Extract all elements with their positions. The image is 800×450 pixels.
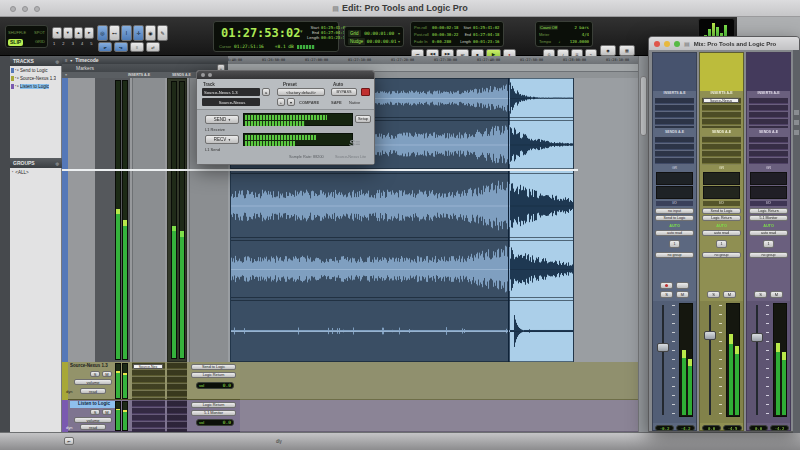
mix-titlebar[interactable]: ▤ Mix: Pro Tools and Logic Pro — [649, 37, 799, 50]
zoomer-tool-button[interactable]: ◎ — [97, 25, 108, 41]
zoom-vertical-up-button[interactable]: ▲ — [74, 27, 84, 39]
mute-button[interactable]: M — [102, 409, 112, 415]
grid-label[interactable]: Grid — [348, 30, 361, 37]
postroll-value[interactable]: 00:00:30:22 — [432, 32, 459, 37]
mix-minimize-icon[interactable] — [664, 41, 670, 47]
send-selector[interactable]: SEND▾ — [205, 115, 239, 124]
counter-caret-icon[interactable]: ▾ — [300, 28, 303, 34]
groups-list-header[interactable]: GROUPS ◎ — [10, 158, 62, 168]
aux-input-selector[interactable]: Send to Logic — [191, 364, 236, 370]
output-selector[interactable]: Logic Return — [702, 215, 741, 221]
inserts-column[interactable] — [132, 78, 165, 362]
pan-knob[interactable]: 1 — [763, 240, 774, 248]
sends-column-header[interactable]: SENDS A-E — [172, 73, 191, 77]
pencil-tool-button[interactable]: ✎ — [157, 25, 168, 41]
plugin-safe-button[interactable]: SAFE — [331, 100, 342, 105]
group-selector[interactable]: no group — [702, 252, 741, 258]
aux-input-selector[interactable]: Logic Return — [191, 402, 236, 408]
count-off-value[interactable]: 2 bars — [575, 25, 589, 30]
window-titlebar[interactable]: ▤ Edit: Pro Tools and Logic Pro — [0, 0, 800, 17]
zoom-in-horizontal-button[interactable]: ► — [84, 27, 94, 39]
count-off-label[interactable]: Count Off — [539, 25, 558, 30]
mix-zoom-icon[interactable] — [674, 41, 680, 47]
plugin-processing-mode[interactable]: Native — [349, 100, 360, 105]
output-selector[interactable]: 5.1 Monitor — [749, 215, 788, 221]
plugin-automation-mini-button[interactable]: a — [262, 88, 270, 96]
plugin-minimize-icon[interactable] — [208, 73, 212, 77]
mix-scroll-strip[interactable] — [793, 50, 800, 433]
automation-mode-selector[interactable]: auto read — [702, 230, 741, 236]
volume-display[interactable]: volume — [74, 379, 112, 385]
track-list-item-send-to-logic[interactable]: ▪ ▸ Send to Logic — [10, 66, 61, 74]
slip-mode-button[interactable]: SLIP — [8, 39, 23, 46]
plugin-close-icon[interactable] — [201, 73, 205, 77]
aux-inserts-column[interactable] — [132, 400, 165, 432]
pan-knob[interactable]: 1 — [669, 240, 680, 248]
plugin-preset-selector[interactable]: <factory default> — [277, 88, 325, 96]
aux-track-name[interactable]: Listen to Logic — [70, 401, 118, 408]
volume-display[interactable]: volume — [74, 417, 112, 423]
spot-mode-button[interactable]: SPOT — [34, 31, 45, 35]
grid-mode-button[interactable]: GRID — [35, 40, 45, 44]
scrollbar-thumb[interactable] — [640, 76, 647, 136]
groups-header-gear-icon[interactable]: ◎ — [56, 161, 60, 166]
volume-readout[interactable]: 0.0 — [702, 425, 721, 431]
aux-track-lane-b[interactable] — [240, 400, 648, 432]
aux-volume-readout[interactable]: vol 0.0 — [196, 382, 234, 389]
track-name[interactable]: Send to Logic — [20, 68, 48, 73]
solo-button[interactable]: S — [707, 291, 720, 298]
solo-button[interactable]: S — [90, 371, 100, 377]
dyn-display[interactable] — [703, 186, 740, 199]
automation-mode-selector[interactable]: auto read — [655, 230, 694, 236]
meter-value[interactable]: 4/4 — [582, 32, 589, 37]
aux-sends-column[interactable] — [167, 362, 187, 400]
zoom-vertical-down-button[interactable]: ▼ — [63, 27, 73, 39]
track-name[interactable]: Listen to Logic — [20, 84, 49, 89]
ruler-view-menu-icon[interactable]: ≡ — [65, 73, 67, 77]
group-selector[interactable]: no group — [655, 252, 694, 258]
footer-left-scroll-button[interactable]: ⇤ — [64, 437, 74, 445]
link-track-button[interactable]: ≡ — [130, 42, 144, 52]
aux-sends-column[interactable] — [167, 400, 187, 432]
record-enable-button[interactable] — [660, 282, 673, 289]
output-selector[interactable]: Send to Logic — [655, 215, 694, 221]
sends-slots[interactable] — [655, 136, 694, 165]
mute-button[interactable]: M — [102, 371, 112, 377]
shuffle-mode-button[interactable]: SHUFFLE — [8, 31, 26, 35]
output-meter-window-button[interactable]: ▦ — [619, 45, 635, 56]
fade-label[interactable]: Fade In — [414, 39, 430, 44]
mute-button[interactable]: M — [770, 291, 783, 298]
aux-inserts-column[interactable]: Source-Nex — [132, 362, 165, 400]
inserts-slots[interactable] — [655, 97, 694, 128]
aux-volume-readout[interactable]: vol 0.0 — [196, 419, 234, 426]
recv-selector[interactable]: RECV▾ — [205, 135, 239, 144]
solo-button[interactable]: S — [660, 291, 673, 298]
aux-output-selector[interactable]: 5.1 Monitor — [191, 410, 236, 416]
pre-roll-toggle-button[interactable]: ◉ — [600, 45, 616, 56]
ruler-caret-icon[interactable]: ▾ — [70, 58, 72, 63]
postroll-label[interactable]: Post-roll — [414, 32, 430, 37]
input-selector[interactable]: Logic Return — [749, 208, 788, 214]
dyn-display[interactable] — [656, 186, 693, 199]
preroll-value[interactable]: 00:00:02:18 — [432, 25, 459, 30]
solo-button[interactable]: S — [90, 409, 100, 415]
grabber-tool-button[interactable]: ✛ — [133, 25, 144, 41]
automation-mode-selector[interactable]: auto read — [749, 230, 788, 236]
sends-slots[interactable] — [702, 136, 741, 165]
link-timeline-button[interactable]: ▪▸ — [114, 42, 128, 52]
automation-mode-button[interactable]: read — [80, 388, 106, 394]
plugin-setup-button[interactable]: Setup — [355, 115, 371, 123]
t-end-value[interactable]: 01:27:04:18 — [473, 32, 500, 37]
track-list-item-listen-to-logic[interactable]: ▪ ▸ Listen to Logic — [10, 82, 61, 90]
eq-display[interactable] — [750, 172, 787, 185]
automation-mode-button[interactable]: read — [80, 424, 106, 430]
input-selector[interactable]: no input — [655, 208, 694, 214]
input-selector[interactable]: Send to Logic — [702, 208, 741, 214]
eq-display[interactable] — [656, 172, 693, 185]
meter-label[interactable]: Meter — [539, 32, 549, 37]
preroll-label[interactable]: Pre-roll — [414, 25, 430, 30]
tempo-value[interactable]: 120.0000 — [570, 39, 589, 44]
t-start-value[interactable]: 01:25:41:02 — [473, 25, 500, 30]
trim-tool-button[interactable]: ⊷ — [109, 25, 120, 41]
plugin-bypass-button[interactable]: BYPASS — [331, 88, 357, 96]
